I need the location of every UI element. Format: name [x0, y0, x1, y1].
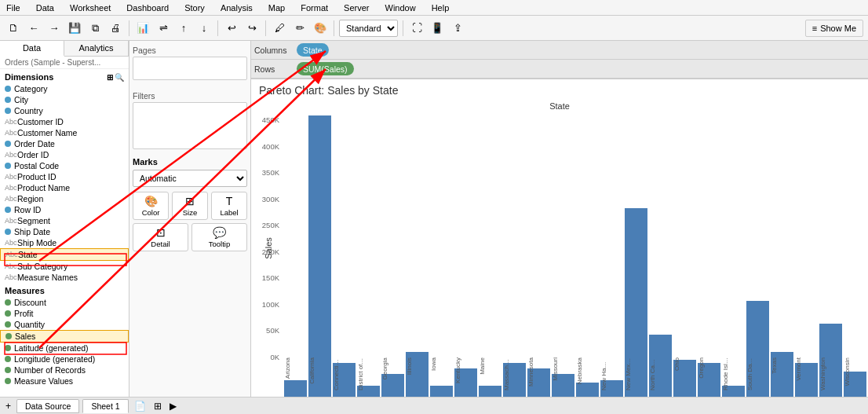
meas-label: Quantity: [14, 320, 45, 329]
tab-analytics[interactable]: Analytics: [64, 41, 129, 56]
forward-btn[interactable]: →: [46, 20, 63, 37]
sort-desc-btn[interactable]: ↓: [195, 20, 213, 37]
menu-item-story[interactable]: Story: [181, 3, 208, 13]
filters-box[interactable]: [133, 102, 247, 149]
show-me-label: Show Me: [820, 24, 856, 33]
dimensions-icons: ⊞ 🔍: [107, 73, 124, 82]
dim-label: Product Name: [17, 183, 70, 192]
bar-1[interactable]: [308, 115, 331, 397]
dim-label: Customer ID: [17, 117, 64, 126]
show-me-button[interactable]: ≡ Show Me: [805, 20, 863, 37]
dim-item-order-id[interactable]: AbcOrder ID: [0, 149, 129, 160]
dim-label: Postal Code: [14, 161, 59, 170]
chart-container: State 450K400K350K300K250K200K150K100K50…: [251, 100, 868, 397]
marks-detail-btn[interactable]: ⊡ Detail: [133, 223, 188, 251]
menu-item-window[interactable]: Window: [382, 3, 419, 13]
dim-item-segment[interactable]: AbcSegment: [0, 215, 129, 226]
annotate-btn[interactable]: ✏: [291, 20, 308, 37]
marks-tooltip-btn[interactable]: 💬 Tooltip: [191, 223, 247, 251]
new-dashboard-icon[interactable]: ⊞: [151, 401, 164, 412]
dim-item-row-id[interactable]: Row ID: [0, 204, 129, 215]
new-sheet-icon[interactable]: 📄: [132, 401, 148, 412]
chart-type-btn[interactable]: 📊: [134, 20, 151, 37]
marks-section: Marks Automatic 🎨 Color ⊞ Size T Label: [129, 152, 250, 255]
meas-item-sales[interactable]: Sales: [0, 330, 129, 343]
x-label-north-carolina: North Carolina: [649, 357, 672, 390]
new-btn[interactable]: 🗋: [5, 20, 22, 37]
dim-item-order-date[interactable]: Order Date: [0, 138, 129, 149]
menu-item-help[interactable]: Help: [429, 3, 453, 13]
menu-item-analysis[interactable]: Analysis: [217, 3, 256, 13]
fit-btn[interactable]: ⛶: [408, 20, 425, 37]
meas-item-measure-values[interactable]: Measure Values: [0, 376, 129, 387]
menu-item-server[interactable]: Server: [341, 3, 372, 13]
dim-item-city[interactable]: City: [0, 94, 129, 105]
share-btn[interactable]: ⇪: [449, 20, 466, 37]
show-me-icon: ≡: [812, 24, 817, 33]
main-area: Data Analytics Orders (Sample - Superst.…: [0, 41, 868, 397]
dim-item-category[interactable]: Category: [0, 83, 129, 94]
duplicate-btn[interactable]: ⧉: [86, 20, 104, 37]
mid-panel: Pages Filters Marks Automatic 🎨 Color ⊞ …: [129, 41, 251, 397]
save-btn[interactable]: 💾: [66, 20, 83, 37]
dim-item-ship-date[interactable]: Ship Date: [0, 226, 129, 237]
filters-section: Filters: [129, 86, 250, 152]
standard-select[interactable]: Standard: [339, 20, 398, 37]
sales-pill[interactable]: SUM(Sales): [297, 62, 354, 75]
dim-item-region[interactable]: AbcRegion: [0, 193, 129, 204]
data-source-tab[interactable]: Data Source: [16, 399, 79, 413]
filters-label: Filters: [133, 90, 247, 102]
x-label-new-hampshire: New Hampshire: [600, 357, 623, 390]
undo-btn[interactable]: ↩: [223, 20, 240, 37]
menu-item-map[interactable]: Map: [265, 3, 288, 13]
menu-item-dashboard[interactable]: Dashboard: [123, 3, 172, 13]
marks-type-select[interactable]: Automatic: [133, 170, 247, 187]
meas-item-quantity[interactable]: Quantity: [0, 319, 129, 330]
dimensions-header: Dimensions ⊞ 🔍: [0, 69, 129, 83]
y-axis-label: 150K: [262, 273, 279, 282]
dim-item-postal-code[interactable]: Postal Code: [0, 160, 129, 171]
highlight-btn[interactable]: 🖊: [271, 20, 288, 37]
marks-color-btn[interactable]: 🎨 Color: [133, 192, 169, 220]
meas-item-number-of-records[interactable]: Number of Records: [0, 365, 129, 376]
dim-item-sub-category[interactable]: AbcSub Category: [0, 261, 129, 272]
grid-icon[interactable]: ⊞: [107, 73, 113, 82]
dim-item-ship-mode[interactable]: AbcShip Mode: [0, 237, 129, 248]
dim-item-customer-name[interactable]: AbcCustomer Name: [0, 127, 129, 138]
meas-item-profit[interactable]: Profit: [0, 308, 129, 319]
print-btn[interactable]: 🖨: [107, 20, 124, 37]
device-btn[interactable]: 📱: [429, 20, 446, 37]
measures-list: DiscountProfitQuantitySalesLatitude (gen…: [0, 297, 129, 387]
sort-asc-btn[interactable]: ↑: [175, 20, 192, 37]
menu-item-format[interactable]: Format: [297, 3, 331, 13]
new-story-icon[interactable]: ▶: [167, 401, 179, 412]
add-sheet-icon[interactable]: +: [3, 401, 13, 412]
x-label-iowa: Iowa: [430, 357, 453, 371]
redo-btn[interactable]: ↪: [243, 20, 261, 37]
meas-item-latitude-generated[interactable]: Latitude (generated): [0, 343, 129, 354]
dim-item-product-id[interactable]: AbcProduct ID: [0, 171, 129, 182]
marks-label-btn[interactable]: T Label: [211, 192, 247, 220]
menu-item-worksheet[interactable]: Worksheet: [67, 3, 114, 13]
state-pill[interactable]: State: [297, 43, 329, 57]
tab-data[interactable]: Data: [0, 41, 64, 57]
search-icon[interactable]: 🔍: [115, 73, 124, 82]
menu-item-file[interactable]: File: [3, 3, 24, 13]
format-btn[interactable]: 🎨: [312, 20, 329, 37]
marks-size-btn[interactable]: ⊞ Size: [172, 192, 208, 220]
back-btn[interactable]: ←: [25, 20, 42, 37]
swap-btn[interactable]: ⇌: [155, 20, 172, 37]
dim-item-customer-id[interactable]: AbcCustomer ID: [0, 116, 129, 127]
chart-title: Pareto Chart: Sales by State: [251, 79, 868, 100]
dim-item-state[interactable]: AbcState: [0, 248, 129, 261]
meas-item-discount[interactable]: Discount: [0, 297, 129, 308]
sales-axis-label: Sales: [264, 237, 273, 259]
menu-item-data[interactable]: Data: [33, 3, 57, 13]
dim-item-measure-names[interactable]: AbcMeasure Names: [0, 272, 129, 283]
dim-item-product-name[interactable]: AbcProduct Name: [0, 182, 129, 193]
x-label-maine: Maine: [479, 357, 501, 375]
meas-item-longitude-generated[interactable]: Longitude (generated): [0, 354, 129, 365]
pages-box[interactable]: [133, 57, 247, 80]
dim-item-country[interactable]: Country: [0, 105, 129, 116]
sheet1-tab[interactable]: Sheet 1: [82, 399, 128, 413]
